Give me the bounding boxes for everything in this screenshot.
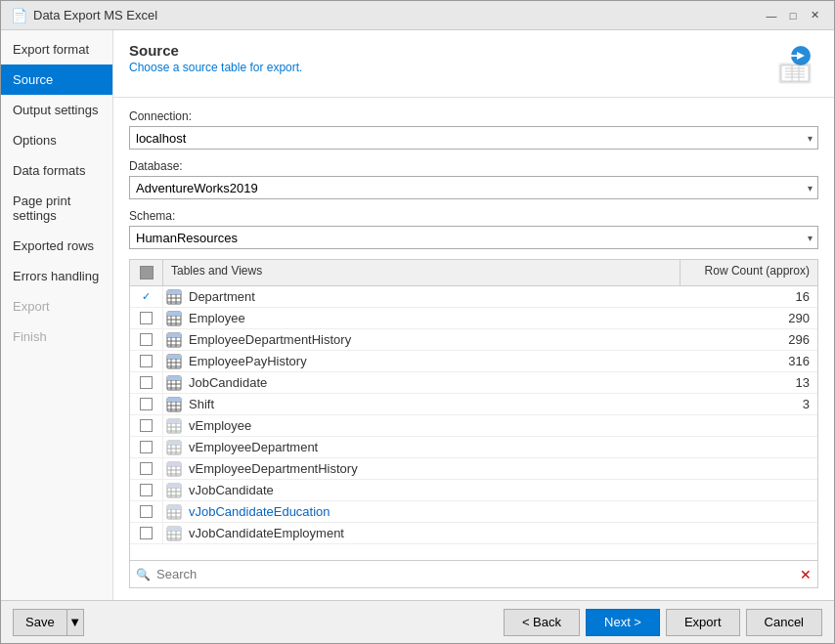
table-row[interactable]: vEmployeeDepartmentHistory bbox=[130, 458, 817, 480]
table-row[interactable]: vJobCandidate bbox=[130, 480, 817, 501]
row-count bbox=[681, 467, 817, 471]
row-checkbox-cell[interactable] bbox=[130, 437, 163, 458]
sidebar-item-exported-rows[interactable]: Exported rows bbox=[1, 231, 112, 261]
database-select[interactable]: AdventureWorks2019 bbox=[129, 176, 818, 199]
svg-rect-29 bbox=[167, 333, 181, 337]
table-header: Tables and Views Row Count (approx) bbox=[130, 260, 817, 286]
row-checkbox[interactable] bbox=[140, 333, 153, 346]
view-icon bbox=[166, 504, 182, 520]
sidebar-item-errors[interactable]: Errors handling bbox=[1, 261, 112, 291]
row-checkbox[interactable] bbox=[140, 462, 153, 475]
row-checkbox-cell[interactable] bbox=[130, 458, 163, 480]
table-row[interactable]: EmployeePayHistory 316 bbox=[130, 351, 817, 372]
maximize-button[interactable]: □ bbox=[783, 7, 803, 24]
row-checkbox[interactable] bbox=[140, 355, 153, 367]
next-button[interactable]: Next > bbox=[586, 609, 660, 636]
row-checkbox-cell[interactable] bbox=[130, 415, 163, 437]
row-type-icon bbox=[163, 397, 185, 412]
sidebar-item-export-format[interactable]: Export format bbox=[1, 34, 112, 64]
row-checkbox-cell[interactable] bbox=[130, 308, 163, 329]
row-checkbox[interactable] bbox=[140, 419, 153, 432]
schema-select[interactable]: HumanResources bbox=[129, 226, 818, 249]
table-icon bbox=[166, 397, 182, 412]
row-count bbox=[681, 510, 817, 514]
select-all-checkbox[interactable] bbox=[140, 266, 154, 279]
table-row[interactable]: Shift 3 bbox=[130, 394, 817, 415]
svg-rect-92 bbox=[167, 527, 181, 531]
search-clear-button[interactable]: ✕ bbox=[800, 567, 812, 582]
row-checkbox[interactable] bbox=[140, 312, 153, 324]
table-row[interactable]: vEmployeeDepartment bbox=[130, 437, 817, 458]
close-button[interactable]: ✕ bbox=[805, 7, 824, 24]
sidebar-item-source[interactable]: Source bbox=[1, 64, 112, 95]
row-checkbox-cell[interactable] bbox=[130, 501, 163, 523]
row-count bbox=[681, 424, 817, 428]
row-checkbox[interactable] bbox=[140, 527, 153, 539]
table-row[interactable]: ✓ bbox=[130, 286, 817, 308]
footer: Save ▼ < Back Next > Export Cancel bbox=[1, 600, 834, 643]
row-checkbox-cell[interactable] bbox=[130, 329, 163, 351]
row-checkbox-cell[interactable]: ✓ bbox=[130, 286, 163, 308]
row-type-icon bbox=[163, 526, 185, 541]
table-icon bbox=[166, 311, 182, 326]
save-button[interactable]: Save bbox=[13, 609, 66, 636]
page-subtitle: Choose a source table for export. bbox=[129, 61, 302, 74]
row-name: JobCandidate bbox=[185, 373, 681, 392]
cancel-button[interactable]: Cancel bbox=[746, 609, 822, 636]
view-icon bbox=[166, 461, 182, 477]
row-count: 316 bbox=[681, 352, 817, 370]
row-name: EmployeeDepartmentHistory bbox=[185, 330, 681, 349]
row-type-icon bbox=[163, 418, 185, 434]
row-count bbox=[681, 446, 817, 450]
row-checkbox[interactable] bbox=[140, 441, 153, 453]
row-checkbox[interactable] bbox=[140, 484, 153, 496]
table-row[interactable]: vEmployee bbox=[130, 415, 817, 437]
row-name: vEmployee bbox=[185, 416, 681, 435]
export-button[interactable]: Export bbox=[666, 609, 740, 636]
sidebar-item-output-settings[interactable]: Output settings bbox=[1, 95, 112, 125]
main-content: Source Choose a source table for export. bbox=[113, 30, 834, 600]
save-dropdown-button[interactable]: ▼ bbox=[66, 609, 84, 636]
table-row[interactable]: EmployeeDepartmentHistory 296 bbox=[130, 329, 817, 351]
row-count: 16 bbox=[681, 287, 817, 306]
sidebar-item-data-formats[interactable]: Data formats bbox=[1, 155, 112, 186]
row-name: vEmployeeDepartmentHistory bbox=[185, 459, 681, 478]
back-button[interactable]: < Back bbox=[504, 609, 580, 636]
search-bar: 🔍 ✕ bbox=[130, 560, 817, 587]
table-row[interactable]: Employee 290 bbox=[130, 308, 817, 329]
svg-rect-64 bbox=[167, 441, 181, 445]
row-checkbox-cell[interactable] bbox=[130, 480, 163, 501]
minimize-button[interactable]: — bbox=[762, 7, 781, 24]
page-title: Source bbox=[129, 42, 302, 59]
search-input[interactable] bbox=[156, 567, 794, 581]
sidebar-item-export: Export bbox=[1, 291, 112, 322]
content-area: Export format Source Output settings Opt… bbox=[1, 30, 834, 600]
svg-rect-22 bbox=[167, 312, 181, 316]
svg-rect-36 bbox=[167, 355, 181, 359]
form-area: Connection: localhost Database: Adventur… bbox=[113, 98, 834, 600]
row-checkbox[interactable] bbox=[140, 376, 153, 389]
th-name: Tables and Views bbox=[163, 260, 681, 285]
connection-label: Connection: bbox=[129, 109, 818, 123]
th-checkbox[interactable] bbox=[130, 260, 163, 285]
connection-select[interactable]: localhost bbox=[129, 126, 818, 150]
row-checkbox-cell[interactable] bbox=[130, 523, 163, 544]
table-row[interactable]: JobCandidate 13 bbox=[130, 372, 817, 394]
sidebar-item-page-print[interactable]: Page print settings bbox=[1, 186, 112, 231]
table-icon bbox=[166, 289, 182, 305]
table-row[interactable]: vJobCandidateEducation bbox=[130, 501, 817, 523]
table-row[interactable]: vJobCandidateEmployment bbox=[130, 523, 817, 544]
row-checkbox[interactable] bbox=[140, 398, 153, 410]
sidebar-item-options[interactable]: Options bbox=[1, 125, 112, 155]
row-type-icon bbox=[163, 332, 185, 348]
row-checkbox-cell[interactable] bbox=[130, 394, 163, 415]
view-icon bbox=[166, 526, 182, 541]
row-type-icon bbox=[163, 289, 185, 305]
search-icon: 🔍 bbox=[136, 568, 151, 581]
database-label: Database: bbox=[129, 159, 818, 173]
row-checkbox[interactable] bbox=[140, 505, 153, 518]
row-checkbox-cell[interactable] bbox=[130, 372, 163, 394]
row-type-icon bbox=[163, 354, 185, 369]
svg-rect-2 bbox=[781, 65, 809, 81]
row-checkbox-cell[interactable] bbox=[130, 351, 163, 372]
